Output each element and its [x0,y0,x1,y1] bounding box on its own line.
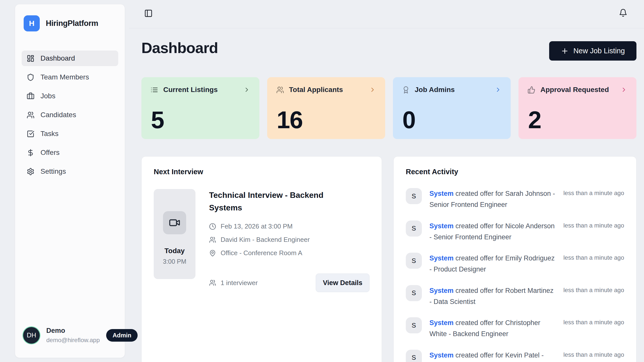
next-interview-title: Next Interview [154,168,370,176]
activity-avatar: S [406,188,422,204]
layout-dashboard-icon [27,55,34,62]
interview-date-tile: Today 3:00 PM [154,189,195,279]
user-profile[interactable]: DH Demo demo@hireflow.app Admin [22,327,118,358]
interview-day-label: Today [165,247,185,255]
activity-actor-link[interactable]: System [429,190,454,197]
dollar-icon [27,149,34,157]
interview-time-label: 3:00 PM [163,258,186,265]
shield-icon [27,73,34,81]
activity-actor-link[interactable]: System [429,351,454,359]
activity-actor-link[interactable]: System [429,222,454,230]
activity-avatar: S [406,285,422,301]
stat-label: Job Admins [415,86,455,94]
activity-list: S System created offer for Sarah Johnson… [406,188,624,362]
users-icon [276,86,284,94]
map-pin-icon [209,250,216,257]
recent-activity-panel: Recent Activity S System created offer f… [393,156,636,362]
sidebar-item-tasks[interactable]: Tasks [22,126,118,142]
activity-avatar: S [406,253,422,269]
new-job-listing-label: New Job Listing [573,47,625,55]
activity-timestamp: less than a minute ago [564,253,624,261]
stat-label: Total Applicants [289,86,343,94]
interview-interviewer-row: David Kim - Backend Engineer [209,236,370,244]
activity-avatar: S [406,350,422,362]
activity-item: S System created offer for Robert Martin… [406,285,624,307]
brand-logo: H [24,15,40,31]
activity-text: System created offer for Nicole Anderson… [429,220,556,243]
activity-text: System created offer for Kevin Patel - D… [429,350,556,362]
interview-details: Technical Interview - Backend Systems Fe… [209,189,370,292]
activity-text: System created offer for Sarah Johnson -… [429,188,556,210]
stat-label: Approval Requested [540,86,609,94]
sidebar-nav: Dashboard Team Members Jobs Candidates T… [22,51,118,179]
interviewer-count-row: 1 interviewer [209,279,258,287]
bell-icon [619,9,627,17]
sidebar-toggle-button[interactable] [144,9,153,18]
interview-datetime-row: Feb 13, 2026 at 3:00 PM [209,222,370,230]
interview-datetime: Feb 13, 2026 at 3:00 PM [221,222,293,230]
check-square-icon [27,130,34,138]
users-icon [27,111,34,119]
chevron-right-icon [620,86,627,93]
interview-location: Office - Conference Room A [221,249,302,257]
sidebar-item-offers[interactable]: Offers [22,145,118,160]
activity-avatar: S [406,220,422,237]
sidebar-item-label: Dashboard [41,54,75,62]
sidebar-item-candidates[interactable]: Candidates [22,107,118,123]
topbar-divider [129,28,644,28]
sidebar-item-label: Jobs [41,92,55,100]
list-icon [150,86,158,94]
stat-card-approval-requested[interactable]: Approval Requested 2 [518,77,636,139]
award-icon [402,86,410,94]
new-job-listing-button[interactable]: New Job Listing [549,41,636,61]
users-icon [209,279,216,286]
activity-item: S System created offer for Christopher W… [406,317,624,340]
video-camera-icon [163,211,186,234]
activity-timestamp: less than a minute ago [564,285,624,294]
user-identity: Demo demo@hireflow.app [46,327,100,344]
sidebar-item-label: Tasks [41,130,59,138]
chevron-right-icon [495,86,502,93]
interviewer-count: 1 interviewer [221,279,258,287]
view-details-button[interactable]: View Details [316,274,370,292]
brand-name: HiringPlatform [46,19,98,28]
sidebar-item-label: Team Members [41,73,89,81]
activity-timestamp: less than a minute ago [564,350,624,358]
stat-card-job-admins[interactable]: Job Admins 0 [393,77,511,139]
panel-left-icon [144,9,153,18]
activity-avatar: S [406,317,422,333]
stats-row: Current Listings 5 Total Applicants 16 J… [141,77,636,139]
chevron-right-icon [243,86,250,93]
role-badge: Admin [106,329,138,342]
briefcase-icon [27,92,34,100]
recent-activity-title: Recent Activity [406,168,624,176]
sidebar-item-label: Offers [41,149,60,157]
stat-value: 16 [277,108,303,132]
sidebar-item-label: Settings [41,167,66,175]
activity-text: System created offer for Emily Rodriguez… [429,253,556,275]
brand-header: H HiringPlatform [22,4,118,31]
stat-card-current-listings[interactable]: Current Listings 5 [141,77,259,139]
activity-text: System created offer for Robert Martinez… [429,285,556,307]
avatar: DH [23,327,40,344]
activity-timestamp: less than a minute ago [564,317,624,326]
stat-value: 2 [528,108,541,132]
stat-card-total-applicants[interactable]: Total Applicants 16 [267,77,385,139]
activity-item: S System created offer for Sarah Johnson… [406,188,624,210]
activity-item: S System created offer for Emily Rodrigu… [406,253,624,275]
sidebar-item-dashboard[interactable]: Dashboard [22,51,118,66]
sidebar-item-settings[interactable]: Settings [22,164,118,179]
activity-actor-link[interactable]: System [429,287,454,294]
activity-item: S System created offer for Kevin Patel -… [406,350,624,362]
sidebar: H HiringPlatform Dashboard Team Members … [15,4,125,358]
sidebar-item-label: Candidates [41,111,76,119]
page-title: Dashboard [141,39,218,57]
activity-timestamp: less than a minute ago [564,188,624,197]
activity-actor-link[interactable]: System [429,254,454,262]
sidebar-item-jobs[interactable]: Jobs [22,88,118,104]
activity-actor-link[interactable]: System [429,319,454,327]
chevron-right-icon [369,86,376,93]
thumbs-up-icon [528,86,535,94]
sidebar-item-team-members[interactable]: Team Members [22,69,118,85]
notifications-button[interactable] [619,9,627,17]
